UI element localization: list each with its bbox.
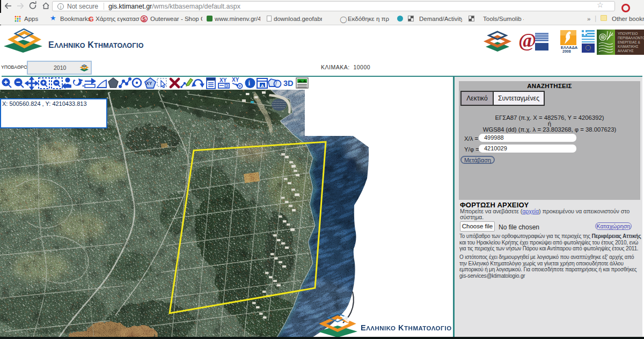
svg-text:XY: XY — [146, 81, 152, 86]
svg-text:i: i — [248, 79, 251, 87]
svg-text:3D: 3D — [283, 79, 294, 88]
svg-text:A: A — [261, 83, 264, 88]
svg-text:ΕΛΛΗΝΙΚΟ ΚΤΗΜΑΤΟΛΟΓΙΟ: ΕΛΛΗΝΙΚΟ ΚΤΗΜΑΤΟΛΟΓΙΟ — [361, 323, 452, 332]
svg-text:XY: XY — [232, 77, 239, 83]
svg-text:2008: 2008 — [562, 49, 571, 53]
svg-text:XY: XY — [219, 77, 227, 83]
